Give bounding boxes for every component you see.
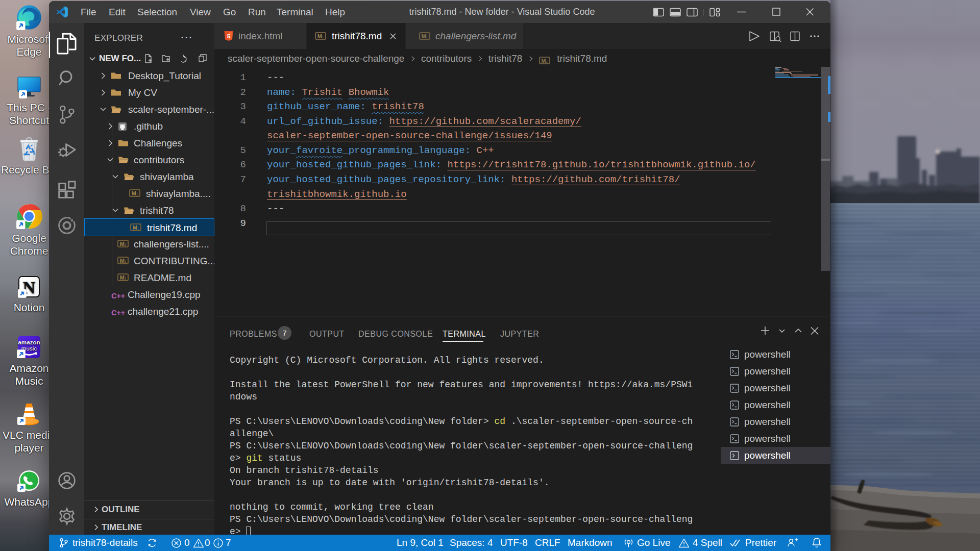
svg-text:amazon: amazon xyxy=(18,339,40,345)
svg-text:5: 5 xyxy=(227,33,230,39)
